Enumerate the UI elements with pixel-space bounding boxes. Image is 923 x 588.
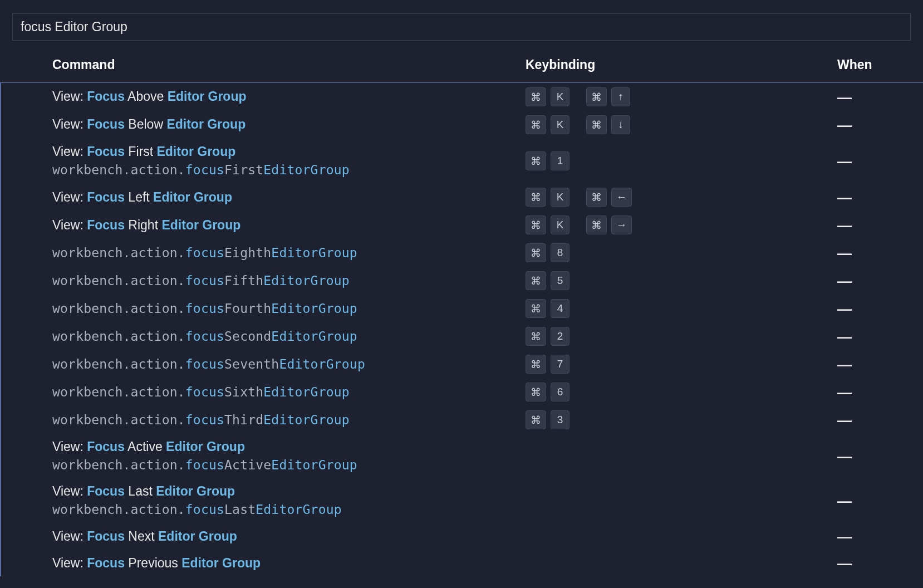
- command-label: View: Focus Active Editor Group: [52, 438, 526, 455]
- table-row[interactable]: View: Focus Next Editor Group—: [1, 523, 923, 550]
- cell-keybinding: ⌘4: [526, 299, 837, 318]
- table-row[interactable]: workbench.action.focusFifthEditorGroup⌘5…: [1, 267, 923, 295]
- table-row[interactable]: View: Focus Below Editor Group⌘K⌘↓—: [1, 111, 923, 139]
- cell-when: —: [837, 117, 923, 133]
- search-input[interactable]: [12, 13, 911, 41]
- cell-when: —: [837, 384, 923, 400]
- cell-command: workbench.action.focusFifthEditorGroup: [52, 272, 526, 290]
- key-cap: 4: [551, 299, 569, 318]
- cell-command: workbench.action.focusFourthEditorGroup: [52, 300, 526, 317]
- header-command[interactable]: Command: [52, 57, 526, 72]
- key-cap: ⌘: [526, 327, 546, 346]
- key-cap: ⌘: [526, 383, 546, 401]
- command-label: View: Focus First Editor Group: [52, 143, 526, 160]
- command-label: View: Focus Last Editor Group: [52, 483, 526, 500]
- command-label: View: Focus Right Editor Group: [52, 217, 526, 234]
- cell-when: —: [837, 329, 923, 344]
- key-cap: ⌘: [526, 299, 546, 318]
- key-cap: K: [551, 188, 569, 207]
- cell-command: workbench.action.focusEighthEditorGroup: [52, 244, 526, 262]
- key-cap: 3: [551, 410, 569, 429]
- key-cap: ⌘: [586, 87, 607, 106]
- cell-command: workbench.action.focusSixthEditorGroup: [52, 384, 526, 401]
- header-when[interactable]: When: [837, 57, 923, 72]
- cell-when: —: [837, 493, 923, 508]
- table-row[interactable]: View: Focus First Editor Groupworkbench.…: [1, 139, 923, 183]
- cell-command: View: Focus Previous Editor Group: [52, 555, 526, 572]
- key-cap: K: [551, 215, 569, 234]
- command-label: View: Focus Below Editor Group: [52, 116, 526, 133]
- table-row[interactable]: workbench.action.focusSixthEditorGroup⌘6…: [1, 378, 923, 406]
- search-container: [0, 0, 923, 47]
- cell-when: —: [837, 356, 923, 372]
- cell-keybinding: ⌘1: [526, 151, 837, 170]
- header-keybinding[interactable]: Keybinding: [526, 57, 837, 72]
- command-label: View: Focus Next Editor Group: [52, 528, 526, 545]
- key-cap: ⌘: [526, 151, 546, 170]
- cell-keybinding: ⌘K⌘←: [526, 188, 837, 207]
- cell-keybinding: ⌘8: [526, 243, 837, 262]
- command-id: workbench.action.focusFirstEditorGroup: [52, 161, 526, 179]
- cell-keybinding: ⌘3: [526, 410, 837, 429]
- cell-when: —: [837, 412, 923, 428]
- command-id: workbench.action.focusFifthEditorGroup: [52, 272, 526, 290]
- cell-command: View: Focus Right Editor Group: [52, 217, 526, 234]
- key-cap: →: [611, 215, 632, 234]
- command-id: workbench.action.focusLastEditorGroup: [52, 501, 526, 518]
- command-label: View: Focus Previous Editor Group: [52, 555, 526, 572]
- cell-keybinding: ⌘K⌘→: [526, 215, 837, 234]
- table-row[interactable]: View: Focus Above Editor Group⌘K⌘↑—: [1, 83, 923, 111]
- table-row[interactable]: workbench.action.focusSeventhEditorGroup…: [1, 350, 923, 378]
- key-cap: ⌘: [526, 87, 546, 106]
- cell-command: View: Focus Next Editor Group: [52, 528, 526, 545]
- key-cap: K: [551, 87, 569, 106]
- cell-when: —: [837, 189, 923, 205]
- cell-when: —: [837, 528, 923, 544]
- command-id: workbench.action.focusThirdEditorGroup: [52, 411, 526, 429]
- command-id: workbench.action.focusSeventhEditorGroup: [52, 356, 526, 373]
- table-row[interactable]: View: Focus Active Editor Groupworkbench…: [1, 434, 923, 478]
- key-cap: 6: [551, 383, 569, 401]
- key-cap: ⌘: [526, 215, 546, 234]
- cell-keybinding: ⌘6: [526, 383, 837, 401]
- table-header: Command Keybinding When: [0, 47, 923, 82]
- table-row[interactable]: View: Focus Right Editor Group⌘K⌘→—: [1, 211, 923, 239]
- cell-when: —: [837, 245, 923, 261]
- key-cap: ⌘: [526, 271, 546, 290]
- key-cap: 5: [551, 271, 569, 290]
- key-cap: 8: [551, 243, 569, 262]
- key-cap: 7: [551, 355, 569, 374]
- table-row[interactable]: View: Focus Last Editor Groupworkbench.a…: [1, 478, 923, 523]
- key-cap: ⌘: [526, 355, 546, 374]
- key-cap: ⌘: [586, 115, 607, 134]
- command-id: workbench.action.focusActiveEditorGroup: [52, 457, 526, 474]
- cell-command: View: Focus Above Editor Group: [52, 88, 526, 105]
- cell-keybinding: ⌘K⌘↑: [526, 87, 837, 106]
- cell-command: workbench.action.focusSecondEditorGroup: [52, 328, 526, 345]
- cell-keybinding: ⌘2: [526, 327, 837, 346]
- cell-when: —: [837, 217, 923, 233]
- table-row[interactable]: workbench.action.focusSecondEditorGroup⌘…: [1, 322, 923, 350]
- cell-command: View: Focus Active Editor Groupworkbench…: [52, 438, 526, 474]
- table-row[interactable]: workbench.action.focusEighthEditorGroup⌘…: [1, 239, 923, 267]
- command-id: workbench.action.focusSixthEditorGroup: [52, 384, 526, 401]
- cell-command: View: Focus First Editor Groupworkbench.…: [52, 143, 526, 179]
- cell-command: View: Focus Below Editor Group: [52, 116, 526, 133]
- cell-command: View: Focus Left Editor Group: [52, 189, 526, 206]
- cell-command: workbench.action.focusThirdEditorGroup: [52, 411, 526, 429]
- key-cap: ⌘: [526, 188, 546, 207]
- table-row[interactable]: workbench.action.focusThirdEditorGroup⌘3…: [1, 406, 923, 434]
- cell-keybinding: ⌘7: [526, 355, 837, 374]
- key-cap: 1: [551, 151, 569, 170]
- command-id: workbench.action.focusFourthEditorGroup: [52, 300, 526, 317]
- cell-keybinding: ⌘K⌘↓: [526, 115, 837, 134]
- cell-when: —: [837, 273, 923, 288]
- command-id: workbench.action.focusEighthEditorGroup: [52, 244, 526, 262]
- cell-keybinding: ⌘5: [526, 271, 837, 290]
- cell-when: —: [837, 153, 923, 169]
- key-cap: ⌘: [526, 410, 546, 429]
- table-row[interactable]: View: Focus Left Editor Group⌘K⌘←—: [1, 183, 923, 211]
- table-row[interactable]: workbench.action.focusFourthEditorGroup⌘…: [1, 295, 923, 322]
- table-row[interactable]: View: Focus Previous Editor Group—: [1, 550, 923, 576]
- key-cap: ↓: [611, 115, 630, 134]
